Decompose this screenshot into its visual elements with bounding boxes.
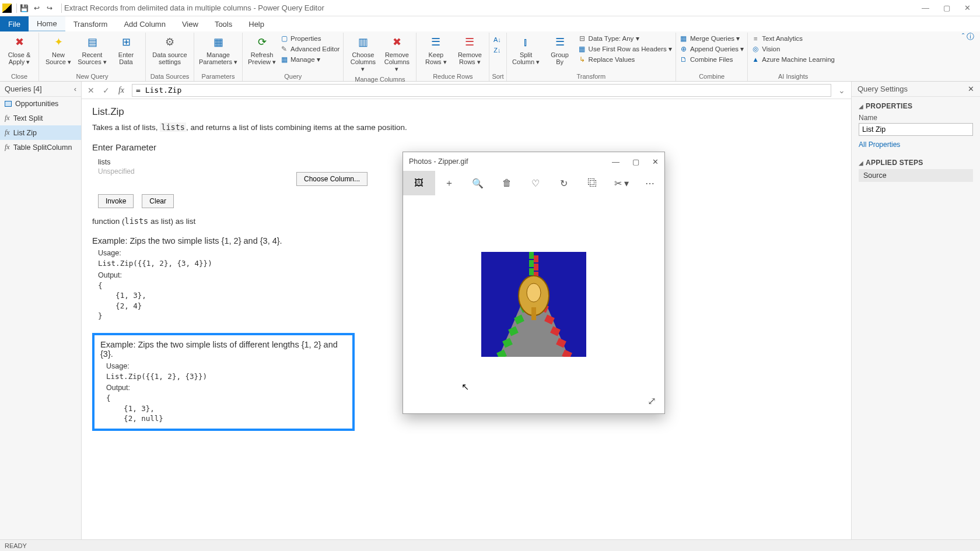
svg-rect-14 [529, 260, 534, 267]
tab-home[interactable]: Home [29, 16, 65, 31]
add-icon[interactable]: ＋ [435, 171, 464, 195]
window-title: Extract Records from delimited data in m… [64, 3, 324, 12]
crop-icon[interactable]: ⿻ [579, 171, 607, 195]
query-item-opportunities[interactable]: Opportunities [0, 97, 81, 111]
tab-transform[interactable]: Transform [65, 16, 116, 31]
azure-ml-button[interactable]: ▲Azure Machine Learning [751, 55, 835, 64]
more-icon[interactable]: ⋯ [636, 171, 664, 195]
query-item-list-zip[interactable]: fxList Zip [0, 125, 81, 140]
svg-rect-13 [534, 255, 538, 262]
group-transform: Transform [507, 72, 676, 81]
collapse-queries-icon[interactable]: ‹ [74, 85, 76, 93]
undo-icon[interactable]: ↩ [32, 3, 41, 13]
tab-view[interactable]: View [174, 16, 206, 31]
vision-button[interactable]: ◎Vision [751, 44, 835, 54]
group-sort: Sort [489, 72, 506, 81]
fx-icon: fx [5, 143, 10, 152]
query-item-table-splitcolumn[interactable]: fxTable SplitColumn [0, 140, 81, 155]
tab-help[interactable]: Help [240, 16, 272, 31]
merge-queries-button[interactable]: ▦Merge Queries ▾ [680, 34, 744, 43]
collapse-icon[interactable]: ◢ [859, 160, 863, 166]
close-icon[interactable]: ✕ [652, 157, 659, 166]
enter-parameter-heading: Enter Parameter [92, 142, 841, 152]
fx-icon[interactable]: fx [117, 86, 126, 95]
zoom-icon[interactable]: 🔍 [464, 171, 492, 195]
maximize-icon[interactable]: ▢ [632, 157, 639, 166]
properties-button[interactable]: ▢Properties [280, 34, 340, 43]
append-queries-button[interactable]: ⊕Append Queries ▾ [680, 44, 744, 54]
queries-pane: Queries [4] ‹ Opportunities fxText Split… [0, 82, 82, 539]
all-properties-link[interactable]: All Properties [859, 141, 973, 149]
sort-asc-button[interactable]: A↓ [493, 35, 501, 44]
query-name-input[interactable] [859, 123, 973, 136]
titlebar: 💾 ↩ ↪ Extract Records from delimited dat… [0, 0, 980, 16]
status-text: READY [5, 542, 27, 549]
close-apply-button[interactable]: ✖Close & Apply ▾ [4, 34, 35, 66]
cancel-formula-icon[interactable]: ✕ [86, 86, 96, 95]
manage-parameters-button[interactable]: ▦Manage Parameters ▾ [198, 34, 239, 66]
invoke-button[interactable]: Invoke [98, 194, 134, 208]
manage-button[interactable]: ▦Manage ▾ [280, 55, 340, 64]
ribbon-help-icon[interactable]: ˆ ⓘ [962, 31, 974, 42]
minimize-icon[interactable]: — [612, 157, 620, 166]
choose-column-button[interactable]: Choose Column... [296, 172, 368, 186]
data-type-button[interactable]: ⊟Data Type: Any ▾ [578, 34, 672, 43]
recent-sources-button[interactable]: ▤Recent Sources ▾ [76, 34, 108, 66]
combine-files-button[interactable]: 🗋Combine Files [680, 55, 744, 64]
clear-button[interactable]: Clear [142, 194, 174, 208]
query-settings-pane: Query Settings ✕ ◢PROPERTIES Name All Pr… [852, 82, 980, 539]
close-icon[interactable]: ✕ [964, 3, 971, 12]
data-source-settings-button[interactable]: ⚙Data source settings [149, 34, 190, 66]
first-row-headers-button[interactable]: ▦Use First Row as Headers ▾ [578, 44, 672, 54]
replace-values-button[interactable]: ↳Replace Values [578, 55, 672, 64]
tab-add-column[interactable]: Add Column [116, 16, 174, 31]
keep-rows-button[interactable]: ☰Keep Rows ▾ [420, 34, 452, 66]
text-analytics-button[interactable]: ≡Text Analytics [751, 34, 835, 43]
properties-heading: PROPERTIES [866, 102, 912, 110]
redo-icon[interactable]: ↪ [45, 3, 54, 13]
refresh-preview-button[interactable]: ⟳Refresh Preview ▾ [246, 34, 278, 66]
step-source[interactable]: Source [859, 169, 973, 182]
group-combine: Combine [676, 72, 747, 81]
query-item-text-split[interactable]: fxText Split [0, 111, 81, 125]
photos-window[interactable]: Photos - Zipper.gif — ▢ ✕ 🖼 ＋ 🔍 🗑 ♡ ↻ ⿻ … [402, 152, 665, 414]
gallery-icon[interactable]: 🖼 [403, 171, 435, 195]
group-parameters: Parameters [194, 72, 242, 81]
svg-rect-12 [529, 252, 534, 259]
split-column-button[interactable]: ⫿Split Column ▾ [510, 34, 542, 66]
delete-icon[interactable]: 🗑 [492, 171, 521, 195]
settings-header: Query Settings [858, 85, 908, 93]
minimize-icon[interactable]: — [922, 3, 929, 12]
group-query: Query [243, 72, 343, 81]
example-2-highlighted: Example: Zips the two simple lists of di… [92, 333, 355, 431]
tab-file[interactable]: File [0, 16, 29, 31]
group-reduce-rows: Reduce Rows [416, 72, 489, 81]
group-data-sources: Data Sources [146, 72, 194, 81]
rotate-icon[interactable]: ↻ [550, 171, 578, 195]
enter-data-button[interactable]: ⊞Enter Data [110, 34, 142, 66]
formula-input[interactable] [132, 84, 831, 97]
expand-formula-icon[interactable]: ⌄ [837, 86, 846, 95]
accept-formula-icon[interactable]: ✓ [102, 86, 111, 95]
remove-columns-button[interactable]: ✖Remove Columns ▾ [381, 34, 412, 73]
collapse-icon[interactable]: ◢ [859, 103, 863, 110]
ribbon-tabs: File Home Transform Add Column View Tool… [0, 16, 980, 31]
new-source-button[interactable]: ✦New Source ▾ [43, 34, 74, 66]
tab-tools[interactable]: Tools [206, 16, 240, 31]
edit-icon[interactable]: ✂ ▾ [607, 171, 636, 195]
choose-columns-button[interactable]: ▥Choose Columns ▾ [347, 34, 379, 73]
cursor-icon: ↖ [461, 381, 469, 392]
photos-toolbar: 🖼 ＋ 🔍 🗑 ♡ ↻ ⿻ ✂ ▾ ⋯ [403, 171, 664, 195]
advanced-editor-button[interactable]: ✎Advanced Editor [280, 44, 340, 54]
sort-desc-button[interactable]: Z↓ [493, 45, 501, 55]
close-settings-icon[interactable]: ✕ [968, 85, 974, 93]
save-icon[interactable]: 💾 [19, 3, 29, 13]
fullscreen-icon[interactable]: ⤢ [648, 395, 656, 408]
maximize-icon[interactable]: ▢ [943, 3, 950, 12]
remove-rows-button[interactable]: ☰Remove Rows ▾ [454, 34, 485, 66]
group-by-button[interactable]: ☰Group By [544, 34, 576, 66]
name-label: Name [859, 114, 973, 122]
favorite-icon[interactable]: ♡ [521, 171, 550, 195]
applied-steps-heading: APPLIED STEPS [866, 159, 923, 167]
group-new-query: New Query [39, 72, 145, 81]
